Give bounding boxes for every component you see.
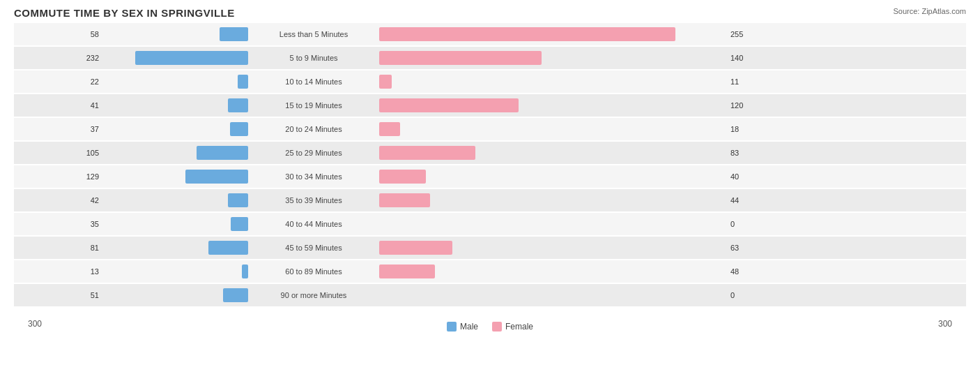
male-bar-container <box>102 27 248 41</box>
male-bar <box>185 170 248 184</box>
female-bar <box>379 122 400 136</box>
left-section: 41 <box>14 98 251 112</box>
chart-row: 22 10 to 14 Minutes 11 <box>14 70 966 93</box>
source-label: Source: ZipAtlas.com <box>893 7 966 15</box>
male-bar <box>197 146 248 160</box>
female-legend-box <box>492 322 502 332</box>
male-value: 22 <box>81 77 102 86</box>
male-bar-container <box>102 122 248 136</box>
female-bar-container <box>379 170 728 184</box>
male-bar <box>228 193 248 207</box>
male-value: 232 <box>81 54 102 62</box>
male-bar <box>223 288 248 302</box>
right-section: 63 <box>376 241 966 255</box>
left-section: 81 <box>14 241 251 255</box>
female-bar <box>379 146 475 160</box>
female-value: 83 <box>728 149 749 157</box>
male-bar-container <box>102 75 248 89</box>
female-value: 140 <box>728 54 749 62</box>
male-legend-box <box>447 322 457 332</box>
male-bar-container <box>102 217 248 231</box>
left-section: 42 <box>14 193 251 207</box>
chart-row: 37 20 to 24 Minutes 18 <box>14 118 966 140</box>
chart-row: 41 15 to 19 Minutes 120 <box>14 94 966 117</box>
male-value: 41 <box>81 101 102 110</box>
axis-labels: 300 Male Female 300 <box>14 316 966 332</box>
female-bar <box>379 193 430 207</box>
female-bar <box>379 170 426 184</box>
right-section: 44 <box>376 193 966 207</box>
chart-row: 42 35 to 39 Minutes 44 <box>14 189 966 211</box>
row-label: 30 to 34 Minutes <box>251 172 376 181</box>
chart-container: COMMUTE TIME BY SEX IN SPRINGVILLE Sourc… <box>0 0 980 365</box>
row-label: 35 to 39 Minutes <box>251 196 376 204</box>
male-bar <box>230 122 248 136</box>
legend: Male Female <box>447 322 533 332</box>
chart-row: 58 Less than 5 Minutes 255 <box>14 23 966 45</box>
female-bar <box>379 98 519 112</box>
axis-right-label: 300 <box>938 319 952 332</box>
right-section: 40 <box>376 170 966 184</box>
male-value: 105 <box>81 149 102 157</box>
female-bar-container <box>379 27 728 41</box>
male-bar-container <box>102 170 248 184</box>
female-bar <box>379 51 542 65</box>
female-bar-container <box>379 241 728 255</box>
male-value: 13 <box>81 267 102 276</box>
female-value: 18 <box>728 125 749 133</box>
female-bar-container <box>379 217 728 231</box>
row-label: 5 to 9 Minutes <box>251 54 376 62</box>
female-value: 0 <box>728 291 749 299</box>
chart-row: 81 45 to 59 Minutes 63 <box>14 237 966 259</box>
male-bar-container <box>102 265 248 278</box>
chart-row: 129 30 to 34 Minutes 40 <box>14 165 966 188</box>
left-section: 22 <box>14 75 251 89</box>
male-bar <box>231 217 248 231</box>
male-bar-container <box>102 241 248 255</box>
male-value: 129 <box>81 172 102 181</box>
row-label: 10 to 14 Minutes <box>251 77 376 86</box>
female-value: 120 <box>728 101 749 110</box>
male-value: 81 <box>81 244 102 252</box>
left-section: 129 <box>14 170 251 184</box>
female-bar-container <box>379 288 728 302</box>
female-bar-container <box>379 146 728 160</box>
male-value: 35 <box>81 220 102 228</box>
right-section: 0 <box>376 288 966 302</box>
chart-row: 105 25 to 29 Minutes 83 <box>14 142 966 164</box>
male-bar-container <box>102 288 248 302</box>
female-value: 44 <box>728 196 749 204</box>
left-section: 58 <box>14 27 251 41</box>
female-legend-label: Female <box>505 322 533 332</box>
row-label: 25 to 29 Minutes <box>251 149 376 157</box>
female-bar-container <box>379 193 728 207</box>
right-section: 255 <box>376 27 966 41</box>
right-section: 0 <box>376 217 966 231</box>
male-bar <box>242 265 248 278</box>
male-value: 42 <box>81 196 102 204</box>
row-label: 90 or more Minutes <box>251 291 376 299</box>
chart-row: 13 60 to 89 Minutes 48 <box>14 260 966 283</box>
female-value: 0 <box>728 220 749 228</box>
left-section: 232 <box>14 51 251 65</box>
male-bar-container <box>102 98 248 112</box>
left-section: 13 <box>14 265 251 278</box>
row-label: Less than 5 Minutes <box>251 30 376 38</box>
female-bar <box>379 241 452 255</box>
female-value: 48 <box>728 267 749 276</box>
male-bar-container <box>102 51 248 65</box>
right-section: 18 <box>376 122 966 136</box>
female-value: 63 <box>728 244 749 252</box>
chart-area: 58 Less than 5 Minutes 255 232 5 to 9 Mi… <box>14 23 966 316</box>
row-label: 40 to 44 Minutes <box>251 220 376 228</box>
female-value: 255 <box>728 30 749 38</box>
male-bar <box>228 98 248 112</box>
chart-row: 51 90 or more Minutes 0 <box>14 284 966 306</box>
male-bar <box>135 51 248 65</box>
chart-row: 35 40 to 44 Minutes 0 <box>14 213 966 235</box>
male-bar <box>208 241 248 255</box>
male-legend-label: Male <box>460 322 478 332</box>
male-bar-container <box>102 193 248 207</box>
female-value: 40 <box>728 172 749 181</box>
female-bar-container <box>379 122 728 136</box>
